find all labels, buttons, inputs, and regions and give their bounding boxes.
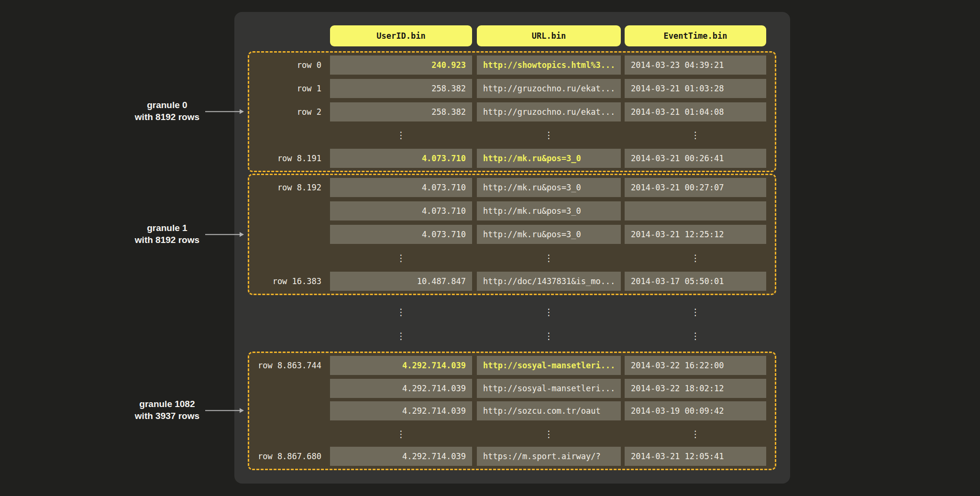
cell-userid: 258.382	[330, 79, 472, 98]
cell-userid: 4.073.710	[330, 225, 472, 244]
cell-userid: 240.923	[330, 55, 472, 75]
ellipsis-row: ⋮ ⋮ ⋮	[234, 326, 766, 345]
row-label: row 8.863.744	[249, 361, 330, 370]
cell-url: http://mk.ru&pos=3_0	[477, 149, 621, 168]
column-headers: UserID.bin URL.bin EventTime.bin	[234, 25, 766, 46]
arrow-line	[205, 410, 240, 411]
vertical-ellipsis-icon: ⋮	[477, 248, 621, 267]
vertical-ellipsis-icon: ⋮	[477, 424, 621, 443]
vertical-ellipsis-icon: ⋮	[477, 125, 621, 144]
vertical-ellipsis-icon: ⋮	[330, 424, 472, 443]
table-row: 4.073.710 http://mk.ru&pos=3_0 2014-03-2…	[249, 225, 775, 244]
vertical-ellipsis-icon: ⋮	[330, 326, 472, 345]
row-label: row 1	[249, 84, 330, 93]
granule-0-box: row 0 240.923 http://showtopics.html%3..…	[248, 51, 776, 172]
cell-url: http://showtopics.html%3...	[477, 55, 621, 75]
cell-url: http://mk.ru&pos=3_0	[477, 178, 621, 197]
arrow-head	[240, 109, 244, 114]
cell-eventtime	[625, 201, 766, 220]
cell-eventtime: 2014-03-19 00:09:42	[625, 401, 766, 420]
granule-label-text: granule 1 with 8192 rows	[135, 222, 199, 246]
granule-1-label: granule 1 with 8192 rows	[135, 222, 244, 246]
granule-label-line1: granule 1082	[135, 398, 199, 410]
cell-url: https://m.sport.airway/?	[477, 447, 621, 466]
cell-url: http://sosyal-mansetleri...	[477, 356, 621, 375]
arrow-right-icon	[205, 109, 244, 114]
table-row: row 16.383 10.487.847 http://doc/1437831…	[249, 272, 775, 291]
granule-label-line2: with 8192 rows	[135, 111, 199, 123]
ellipsis-row: ⋮ ⋮ ⋮	[249, 424, 775, 443]
granule-1082-label: granule 1082 with 3937 rows	[135, 398, 244, 422]
cell-userid: 258.382	[330, 102, 472, 121]
column-files-panel: UserID.bin URL.bin EventTime.bin row 0 2…	[234, 12, 790, 484]
granule-label-line1: granule 1	[135, 222, 199, 234]
cell-userid: 4.292.714.039	[330, 356, 472, 375]
cell-userid: 4.292.714.039	[330, 447, 472, 466]
table-row: row 0 240.923 http://showtopics.html%3..…	[249, 55, 775, 75]
vertical-ellipsis-icon: ⋮	[625, 326, 766, 345]
cell-url: http://gruzochno.ru/ekat...	[477, 79, 621, 98]
granule-label-text: granule 0 with 8192 rows	[135, 99, 199, 123]
granule-1-box: row 8.192 4.073.710 http://mk.ru&pos=3_0…	[248, 174, 776, 295]
cell-userid: 10.487.847	[330, 272, 472, 291]
arrow-right-icon	[205, 408, 244, 413]
table-row: 4.292.714.039 http://sozcu.com.tr/oaut 2…	[249, 401, 775, 420]
row-label: row 8.192	[249, 183, 330, 192]
ellipsis-row: ⋮ ⋮ ⋮	[234, 302, 766, 321]
cell-userid: 4.073.710	[330, 178, 472, 197]
table-row: row 8.192 4.073.710 http://mk.ru&pos=3_0…	[249, 178, 775, 197]
cell-userid: 4.073.710	[330, 201, 472, 220]
row-label: row 8.191	[249, 154, 330, 163]
table-row: 4.073.710 http://mk.ru&pos=3_0	[249, 201, 775, 220]
vertical-ellipsis-icon: ⋮	[330, 302, 472, 321]
arrow-head	[240, 408, 244, 413]
cell-url: http://gruzochno.ru/ekat...	[477, 102, 621, 121]
cell-eventtime: 2014-03-22 18:02:12	[625, 379, 766, 398]
ellipsis-row: ⋮ ⋮ ⋮	[249, 125, 775, 144]
cell-eventtime: 2014-03-21 12:25:12	[625, 225, 766, 244]
vertical-ellipsis-icon: ⋮	[625, 125, 766, 144]
cell-eventtime: 2014-03-23 04:39:21	[625, 55, 766, 75]
table-row: row 8.863.744 4.292.714.039 http://sosya…	[249, 356, 775, 375]
diagram-canvas: UserID.bin URL.bin EventTime.bin row 0 2…	[0, 0, 980, 496]
cell-url: http://doc/1437831&is_mo...	[477, 272, 621, 291]
table-row: row 1 258.382 http://gruzochno.ru/ekat..…	[249, 79, 775, 98]
header-pill-userid-bin: UserID.bin	[330, 25, 472, 46]
granule-0-label: granule 0 with 8192 rows	[135, 99, 244, 123]
cell-eventtime: 2014-03-22 16:22:00	[625, 356, 766, 375]
granule-1082-box: row 8.863.744 4.292.714.039 http://sosya…	[248, 352, 776, 470]
arrow-line	[205, 111, 240, 112]
table-row: row 8.867.680 4.292.714.039 https://m.sp…	[249, 447, 775, 466]
granule-label-text: granule 1082 with 3937 rows	[135, 398, 199, 422]
cell-eventtime: 2014-03-21 00:26:41	[625, 149, 766, 168]
vertical-ellipsis-icon: ⋮	[477, 302, 621, 321]
granule-label-line1: granule 0	[135, 99, 199, 111]
header-pill-eventtime-bin: EventTime.bin	[625, 25, 766, 46]
cell-eventtime: 2014-03-21 12:05:41	[625, 447, 766, 466]
vertical-ellipsis-icon: ⋮	[625, 248, 766, 267]
header-pill-url-bin: URL.bin	[477, 25, 621, 46]
cell-userid: 4.292.714.039	[330, 379, 472, 398]
vertical-ellipsis-icon: ⋮	[330, 125, 472, 144]
row-label: row 2	[249, 107, 330, 117]
arrow-head	[240, 232, 244, 237]
vertical-ellipsis-icon: ⋮	[625, 424, 766, 443]
table-row: row 2 258.382 http://gruzochno.ru/ekat..…	[249, 102, 775, 121]
row-label: row 8.867.680	[249, 452, 330, 461]
table-row: row 8.191 4.073.710 http://mk.ru&pos=3_0…	[249, 149, 775, 168]
cell-url: http://mk.ru&pos=3_0	[477, 201, 621, 220]
arrow-right-icon	[205, 232, 244, 237]
ellipsis-row: ⋮ ⋮ ⋮	[249, 248, 775, 267]
cell-userid: 4.292.714.039	[330, 401, 472, 420]
cell-url: http://sozcu.com.tr/oaut	[477, 401, 621, 420]
cell-eventtime: 2014-03-21 01:03:28	[625, 79, 766, 98]
cell-eventtime: 2014-03-17 05:50:01	[625, 272, 766, 291]
cell-url: http://mk.ru&pos=3_0	[477, 225, 621, 244]
vertical-ellipsis-icon: ⋮	[477, 326, 621, 345]
granule-label-line2: with 8192 rows	[135, 234, 199, 246]
vertical-ellipsis-icon: ⋮	[625, 302, 766, 321]
cell-eventtime: 2014-03-21 01:04:08	[625, 102, 766, 121]
table-row: 4.292.714.039 http://sosyal-mansetleri..…	[249, 379, 775, 398]
cell-eventtime: 2014-03-21 00:27:07	[625, 178, 766, 197]
arrow-line	[205, 234, 240, 235]
